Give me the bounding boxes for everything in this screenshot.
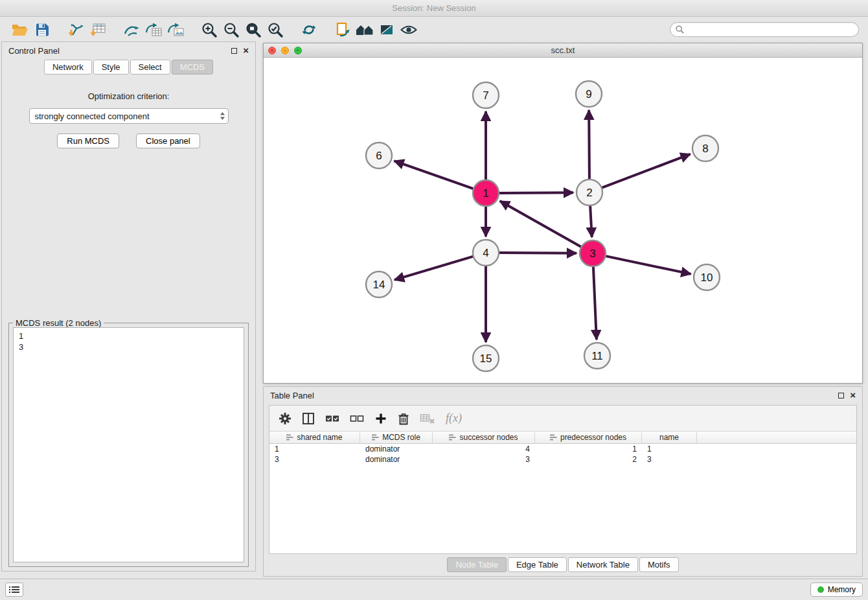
node-3[interactable]: 3	[580, 240, 606, 266]
select-all-button[interactable]	[325, 410, 339, 427]
deselect-all-button[interactable]	[350, 410, 364, 427]
edge-3-1[interactable]	[500, 201, 582, 247]
network-window-titlebar[interactable]: scc.txt × − +	[264, 43, 862, 58]
edge-2-9[interactable]	[589, 110, 589, 179]
zoom-in-button[interactable]	[198, 19, 220, 40]
column-header-shared-name[interactable]: shared name	[269, 432, 360, 444]
show-hide-button[interactable]	[398, 19, 420, 40]
table-panel-header: Table Panel ×	[264, 387, 862, 404]
tab-edge-table[interactable]: Edge Table	[508, 557, 567, 572]
zoom-out-button[interactable]	[220, 19, 242, 40]
criterion-dropdown[interactable]: strongly connected component	[29, 108, 229, 124]
cell-predecessor-nodes[interactable]: 2	[535, 455, 642, 464]
export-image-icon	[166, 22, 185, 38]
edge-3-10[interactable]	[606, 256, 691, 274]
tab-select[interactable]: Select	[130, 60, 170, 75]
mcds-result-list[interactable]: 1 3	[13, 327, 244, 562]
memory-button[interactable]: Memory	[810, 583, 863, 597]
node-8[interactable]: 8	[692, 135, 718, 161]
network-canvas[interactable]: 7968124314101511	[264, 58, 862, 382]
svg-text:10: 10	[701, 271, 713, 284]
node-1[interactable]: 1	[473, 180, 499, 206]
zoom-window-button[interactable]: +	[294, 47, 302, 54]
style-preview-button[interactable]	[376, 19, 398, 40]
node-15[interactable]: 15	[473, 345, 499, 371]
node-14[interactable]: 14	[366, 271, 392, 297]
column-header-predecessor-nodes[interactable]: predecessor nodes	[535, 432, 642, 444]
edge-1-6[interactable]	[394, 161, 474, 189]
column-header-mcds-role[interactable]: MCDS role	[360, 432, 433, 444]
delete-table-icon	[420, 412, 435, 424]
zoom-fit-button[interactable]	[242, 19, 264, 40]
import-network-button[interactable]	[65, 19, 87, 40]
refresh-button[interactable]	[298, 19, 320, 40]
column-header-successor-nodes[interactable]: successor nodes	[433, 432, 535, 444]
table-settings-button[interactable]	[279, 410, 291, 427]
network-overview-button[interactable]	[354, 19, 376, 40]
edge-2-8[interactable]	[602, 154, 691, 188]
edge-4-3[interactable]	[499, 253, 577, 253]
table-row[interactable]: 1 dominator 4 1 1	[269, 444, 856, 454]
network-view-button[interactable]	[120, 19, 143, 40]
svg-text:14: 14	[373, 279, 385, 291]
node-9[interactable]: 9	[576, 81, 602, 107]
show-columns-button[interactable]	[302, 410, 315, 427]
search-input[interactable]	[687, 25, 853, 34]
node-10[interactable]: 10	[694, 264, 720, 290]
node-4[interactable]: 4	[473, 240, 499, 266]
export-table-icon	[144, 22, 163, 38]
tab-mcds[interactable]: MCDS	[172, 60, 213, 75]
column-label: shared name	[297, 433, 342, 442]
table-row[interactable]: 3 dominator 3 2 3	[269, 454, 856, 465]
edge-3-11[interactable]	[593, 266, 597, 340]
add-column-button[interactable]	[374, 410, 387, 427]
edge-4-14[interactable]	[394, 257, 474, 280]
cell-mcds-role[interactable]: dominator	[360, 455, 433, 464]
float-table-panel-button[interactable]	[838, 393, 844, 398]
export-table-button[interactable]	[143, 19, 165, 40]
tab-network[interactable]: Network	[44, 60, 92, 75]
node-11[interactable]: 11	[584, 343, 610, 369]
tab-network-table[interactable]: Network Table	[568, 557, 638, 572]
close-panel-button[interactable]: ×	[243, 47, 249, 54]
cell-successor-nodes[interactable]: 3	[433, 455, 535, 464]
save-session-button[interactable]	[31, 19, 53, 40]
cell-predecessor-nodes[interactable]: 1	[535, 444, 642, 454]
delete-table-button[interactable]	[420, 410, 435, 427]
network-graph[interactable]: 7968124314101511	[264, 58, 862, 382]
open-session-button[interactable]	[9, 19, 31, 40]
cell-mcds-role[interactable]: dominator	[360, 444, 433, 454]
run-mcds-button[interactable]: Run MCDS	[57, 133, 119, 148]
import-table-button[interactable]	[87, 19, 109, 40]
close-panel-button-mcds[interactable]: Close panel	[136, 133, 200, 148]
function-builder-button[interactable]: f(x)	[446, 410, 462, 427]
close-window-button[interactable]: ×	[268, 47, 276, 54]
cell-successor-nodes[interactable]: 4	[433, 444, 535, 454]
cell-shared-name[interactable]: 3	[269, 455, 360, 464]
svg-text:2: 2	[586, 187, 592, 199]
export-image-button[interactable]	[165, 19, 187, 40]
node-6[interactable]: 6	[366, 143, 392, 168]
tab-node-table[interactable]: Node Table	[447, 557, 507, 572]
tab-motifs[interactable]: Motifs	[639, 557, 679, 572]
minimize-window-button[interactable]: −	[281, 47, 289, 54]
cell-name[interactable]: 1	[642, 444, 697, 454]
edge-1-2[interactable]	[499, 192, 573, 193]
delete-column-button[interactable]	[398, 410, 409, 427]
zoom-selected-button[interactable]	[264, 19, 286, 40]
control-panel-tabs: Network Style Select MCDS	[2, 60, 255, 75]
node-7[interactable]: 7	[473, 82, 499, 108]
copy-style-button[interactable]	[332, 19, 354, 40]
float-panel-button[interactable]	[231, 48, 237, 54]
column-header-name[interactable]: name	[642, 432, 697, 444]
search-field[interactable]	[670, 22, 859, 37]
task-history-button[interactable]	[5, 583, 23, 597]
edge-2-3[interactable]	[590, 205, 592, 237]
zoom-selected-icon	[267, 21, 284, 38]
cell-shared-name[interactable]: 1	[269, 444, 360, 454]
refresh-icon	[301, 22, 317, 38]
node-2[interactable]: 2	[577, 179, 602, 205]
cell-name[interactable]: 3	[642, 455, 697, 464]
close-table-panel-button[interactable]: ×	[850, 392, 856, 398]
tab-style[interactable]: Style	[93, 60, 129, 75]
